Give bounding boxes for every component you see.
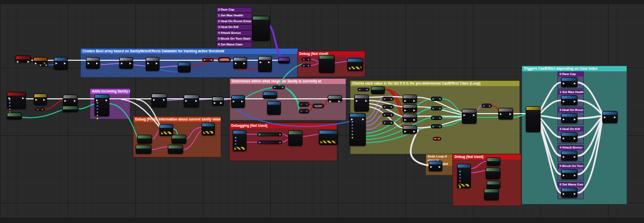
node-append-2[interactable] <box>136 145 151 154</box>
pill-add[interactable]: ADD <box>218 57 231 62</box>
pill-eq-4[interactable] <box>382 120 394 125</box>
node-get-small-2[interactable] <box>62 106 78 112</box>
node-range-branch[interactable] <box>328 95 342 102</box>
node-print-string-top[interactable] <box>347 58 363 71</box>
node-break-loop[interactable] <box>429 161 442 171</box>
node-branch-left[interactable] <box>63 95 78 106</box>
node-range-1[interactable] <box>231 95 245 108</box>
node-func-3[interactable] <box>146 57 159 71</box>
node-print-3[interactable] <box>233 130 247 151</box>
node-mid-2[interactable] <box>184 95 199 107</box>
node-effect-set-max-health[interactable] <box>561 95 577 105</box>
node-branch-4[interactable] <box>403 125 417 134</box>
pill-eq-3[interactable] <box>382 113 394 117</box>
node-func-2[interactable] <box>119 57 133 69</box>
node-print-4[interactable] <box>319 130 338 145</box>
node-orange-top[interactable] <box>33 57 48 63</box>
node-effect-set-mana-gain[interactable] <box>561 188 577 198</box>
node-print-1[interactable] <box>159 124 173 136</box>
node-append-9[interactable] <box>484 189 499 200</box>
blueprint-graph-canvas[interactable]: Creates Bool array based on SanityMeterE… <box>0 0 644 223</box>
node-switch-mid[interactable] <box>354 95 369 111</box>
pill-debug-a[interactable] <box>301 58 311 61</box>
node-append-6[interactable] <box>487 157 500 166</box>
node-make-array[interactable] <box>252 16 270 41</box>
node-branch-1[interactable] <box>403 95 417 103</box>
pill-convert-2[interactable] <box>257 141 282 144</box>
pill-eq-2[interactable] <box>382 105 394 109</box>
bottom-edge-band <box>0 218 644 223</box>
pill-nor[interactable]: NOR <box>312 104 324 108</box>
pill-increment[interactable] <box>481 104 492 108</box>
pill-set-1[interactable] <box>431 97 442 101</box>
node-range-2[interactable] <box>263 91 277 99</box>
node-append-8[interactable] <box>487 181 500 189</box>
top-edge-band <box>0 0 644 4</box>
node-branch-2[interactable] <box>403 104 417 113</box>
node-event-sanity[interactable] <box>7 92 26 109</box>
node-print-2[interactable] <box>202 123 215 135</box>
node-effect-dam-cap[interactable] <box>561 77 577 87</box>
node-effect-heal-on-kill[interactable] <box>561 132 577 142</box>
node-foreach[interactable] <box>349 113 366 146</box>
pill-convert-1[interactable] <box>257 133 282 136</box>
node-print-5[interactable] <box>457 164 471 188</box>
node-func-5[interactable] <box>258 56 272 72</box>
node-effect-block-on-turn-start[interactable] <box>561 169 577 179</box>
pill-set-3[interactable] <box>431 116 442 120</box>
pill-red[interactable] <box>202 58 214 62</box>
node-blue-top[interactable] <box>54 57 68 70</box>
pill-loop-index[interactable] <box>357 88 370 91</box>
pill-cmp-2[interactable] <box>299 109 309 114</box>
node-func-4[interactable] <box>233 57 247 69</box>
node-add-sanity[interactable] <box>94 94 109 116</box>
node-get-class[interactable] <box>371 86 385 94</box>
node-append-4[interactable] <box>168 145 183 154</box>
node-sequence[interactable] <box>462 109 477 124</box>
node-event-top[interactable] <box>15 55 31 62</box>
node-func-1[interactable] <box>86 57 100 69</box>
pill-set-4[interactable] <box>431 124 442 128</box>
node-effect-attack-bonus[interactable] <box>561 151 577 161</box>
pill-range[interactable] <box>272 86 285 89</box>
node-range-3[interactable] <box>267 101 281 115</box>
node-effect-heal-on-room-enter[interactable] <box>561 113 577 123</box>
node-macro[interactable] <box>34 94 47 105</box>
node-append[interactable] <box>319 55 335 73</box>
pill-debug-b[interactable] <box>301 64 311 67</box>
pill-eq-1[interactable] <box>382 97 394 101</box>
node-get-value[interactable] <box>178 62 191 72</box>
pill-red-small[interactable] <box>433 137 441 141</box>
pill-set-2[interactable] <box>431 106 442 110</box>
node-mid-3[interactable] <box>212 97 224 106</box>
node-append-1[interactable] <box>137 135 152 144</box>
node-merge-out[interactable] <box>602 111 618 123</box>
node-branch-out[interactable] <box>498 108 513 119</box>
node-array-set[interactable] <box>278 57 290 63</box>
node-get-small[interactable] <box>7 113 22 119</box>
pill-getter[interactable] <box>38 63 49 67</box>
node-append-7[interactable] <box>486 168 500 179</box>
node-append-3[interactable] <box>172 135 186 144</box>
node-mid-1[interactable] <box>151 94 167 107</box>
node-branch-3[interactable] <box>403 114 417 122</box>
pill-compare[interactable] <box>35 108 45 111</box>
node-switch-on-int[interactable] <box>526 106 541 132</box>
node-append-5[interactable] <box>288 131 302 146</box>
pill-cmp-1[interactable] <box>299 102 309 107</box>
